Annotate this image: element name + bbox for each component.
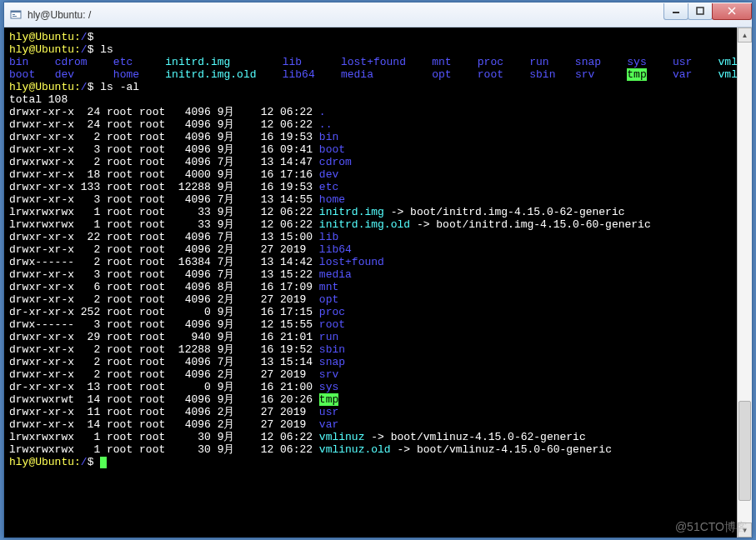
app-icon (9, 8, 23, 22)
svg-rect-5 (697, 8, 703, 14)
minimize-button[interactable] (663, 3, 688, 20)
svg-rect-3 (13, 16, 17, 17)
close-button[interactable] (712, 3, 752, 20)
titlebar[interactable]: hly@Ubuntu: / (4, 2, 752, 28)
scroll-track[interactable] (738, 42, 752, 522)
maximize-button[interactable] (688, 3, 713, 20)
svg-rect-1 (11, 11, 21, 12)
window-title: hly@Ubuntu: / (28, 9, 664, 21)
scroll-up-button[interactable]: ▲ (738, 28, 752, 42)
window-buttons (664, 3, 752, 20)
scrollbar[interactable]: ▲ ▼ (737, 28, 752, 538)
watermark: @51CTO博客 (675, 520, 748, 535)
terminal-area: hly@Ubuntu:/$ hly@Ubuntu:/$ ls bin cdrom… (4, 28, 752, 538)
svg-rect-4 (673, 12, 679, 13)
scroll-thumb[interactable] (738, 401, 751, 501)
svg-rect-2 (13, 14, 15, 15)
putty-window: hly@Ubuntu: / hly@Ubuntu:/$ hly@Ubuntu:/… (3, 2, 753, 538)
terminal-output[interactable]: hly@Ubuntu:/$ hly@Ubuntu:/$ ls bin cdrom… (4, 28, 737, 538)
